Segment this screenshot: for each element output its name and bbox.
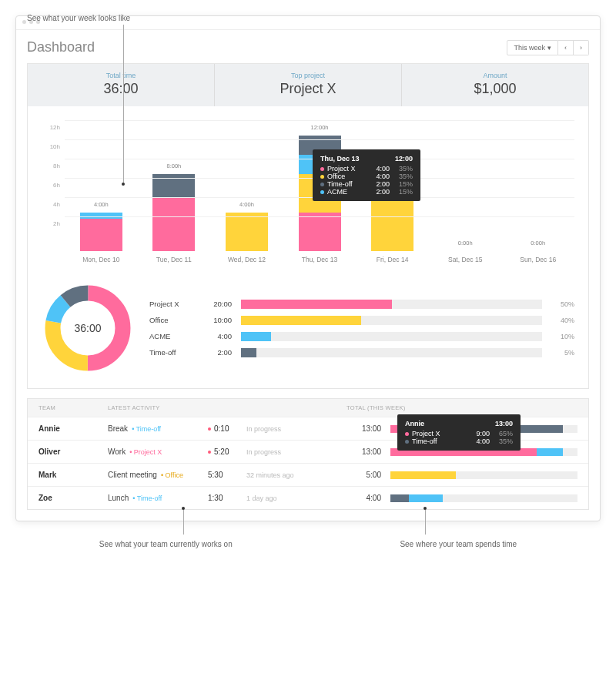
date-filter: This week ▾ ‹ › [507,40,589,55]
y-tick: 4h [53,201,60,208]
live-dot-icon [208,451,211,454]
activity-cell: Lunch• Time-off [108,494,208,502]
y-tick: 12h [50,124,60,131]
col-activity: LATEST ACTIVITY [108,404,346,411]
team-row[interactable]: Mark Client meeting• Office 5:30 32 minu… [28,463,588,486]
project-pct: 5% [551,349,574,357]
caret-down-icon: ▾ [547,44,551,52]
summary-label: Amount [402,72,588,79]
team-bar [390,471,578,479]
status-cell: 32 minutes ago [246,471,346,479]
team-member-name: Annie [38,424,108,433]
x-label: Mon, Dec 10 [65,256,138,263]
period-label: This week [514,44,545,52]
bar-column[interactable]: 8:00h [138,136,211,251]
duration-cell: 0:10 [208,424,246,433]
project-name: ACME [149,332,196,340]
summary-total-time: Total time 36:00 [28,64,214,106]
status-cell: In progress [246,448,346,456]
breakdown-section: 36:00 Project X 20:00 50%Office 10:00 40… [28,271,588,388]
annotation-dot [182,507,185,510]
team-card: TEAM LATEST ACTIVITY TOTAL (THIS WEEK) A… [27,398,589,510]
annotation-top: See what your week looks like [27,14,130,22]
project-row: Project X 20:00 50% [149,300,574,309]
bar-column[interactable]: 4:00h [65,136,138,251]
annotation-line [183,510,184,535]
total-cell: 4:00 [346,494,381,502]
annotation-bottom-left: See what your team currently works on [99,540,233,548]
annotation-bottom-right: See where your team spends time [400,540,517,548]
x-label: Thu, Dec 13 [283,256,357,263]
bar-total-label: 0:00h [531,240,545,246]
donut-center-value: 36:00 [74,322,101,334]
duration-cell: 1:30 [208,494,246,502]
project-time: 4:00 [205,332,232,340]
project-list: Project X 20:00 50%Office 10:00 40%ACME … [149,300,574,357]
period-selector[interactable]: This week ▾ [507,40,558,55]
annotation-line [123,25,124,183]
bar-segment [80,213,122,219]
project-pct: 50% [551,300,574,308]
project-bar [241,300,542,309]
bar-column[interactable]: 0:00h [501,136,574,251]
app-window: Dashboard This week ▾ ‹ › Total time 36:… [15,15,601,521]
y-tick: 10h [50,143,60,150]
project-pct: 40% [551,317,574,324]
project-row: Office 10:00 40% [149,316,574,325]
project-time: 20:00 [205,300,232,308]
project-name: Time-off [149,348,196,357]
activity-cell: Client meeting• Office [108,471,208,479]
activity-cell: Break• Time-off [108,424,208,433]
bar-total-label: 12:00h [311,124,329,131]
bar-column[interactable]: 0:00h [429,136,502,251]
duration-cell: 5:30 [208,471,246,479]
project-bar [241,332,542,341]
summary-label: Total time [28,72,214,79]
team-row[interactable]: Zoe Lunch• Time-off 1:30 1 day ago 4:00 [28,486,588,509]
x-axis: Mon, Dec 10Tue, Dec 11Wed, Dec 12Thu, De… [42,256,574,263]
summary-value: 36:00 [28,81,214,97]
live-dot-icon [208,427,211,431]
activity-cell: Work• Project X [108,447,208,456]
y-axis: 2h4h6h8h10h12h [42,120,65,236]
annotation-dot [424,507,427,510]
project-row: ACME 4:00 10% [149,332,574,341]
chevron-left-icon: ‹ [564,44,567,52]
donut-chart: 36:00 [42,282,134,374]
bar-segment [80,219,122,252]
project-time: 10:00 [205,316,232,324]
y-tick: 8h [53,163,60,169]
project-name: Project X [149,300,196,308]
x-label: Sat, Dec 15 [429,256,502,263]
col-total: TOTAL (THIS WEEK) [346,404,578,411]
y-tick: 6h [53,182,60,189]
team-bar [390,494,578,502]
bar-total-label: 0:00h [458,240,473,246]
total-cell: 13:00 [346,424,381,433]
project-pct: 10% [551,333,574,340]
page-title: Dashboard [27,39,95,55]
bar-column[interactable]: 4:00h [210,136,283,251]
project-bar [241,316,542,325]
summary-top-project: Top project Project X [214,64,401,106]
prev-period-button[interactable]: ‹ [558,40,574,55]
summary-label: Top project [215,72,401,79]
chart-tooltip: Thu, Dec 1312:00Project X4:0035%Office4:… [313,149,420,201]
project-bar [241,348,542,357]
status-cell: In progress [246,425,346,433]
summary-amount: Amount $1,000 [401,64,588,106]
next-period-button[interactable]: › [574,40,589,55]
team-member-name: Mark [38,471,108,479]
total-cell: 5:00 [346,471,381,479]
team-member-name: Oliver [38,447,108,456]
y-tick: 2h [53,220,60,227]
x-label: Tue, Dec 11 [138,256,211,263]
team-tooltip: Annie13:00Project X9:0065%Time-off4:0035… [397,414,521,451]
project-row: Time-off 2:00 5% [149,348,574,357]
x-label: Wed, Dec 12 [210,256,283,263]
bar-total-label: 4:00h [94,201,109,208]
chevron-right-icon: › [580,44,582,52]
project-time: 2:00 [205,348,232,357]
team-member-name: Zoe [38,494,108,502]
total-cell: 13:00 [346,447,381,456]
